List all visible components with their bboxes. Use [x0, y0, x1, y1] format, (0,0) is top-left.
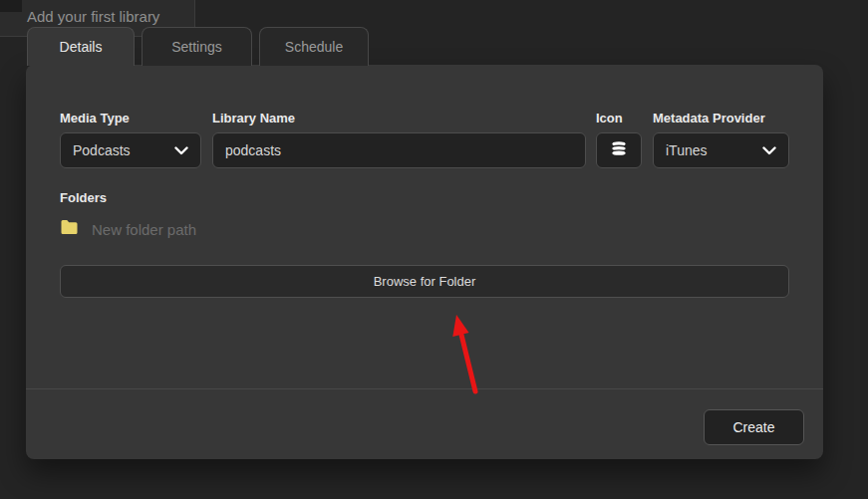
media-type-select[interactable]: Podcasts: [60, 132, 201, 168]
icon-picker-group: Icon: [596, 111, 642, 168]
browse-for-folder-button[interactable]: Browse for Folder: [60, 265, 789, 298]
chevron-down-icon: [762, 142, 776, 158]
icon-picker-label: Icon: [596, 111, 642, 125]
chevron-down-icon: [174, 142, 188, 158]
library-name-group: Library Name: [212, 111, 586, 168]
metadata-provider-value: iTunes: [666, 142, 708, 158]
metadata-provider-group: Metadata Provider iTunes: [653, 111, 789, 168]
new-folder-row: [60, 217, 789, 241]
tab-schedule[interactable]: Schedule: [259, 27, 369, 66]
folder-icon: [60, 219, 79, 239]
new-folder-path-input[interactable]: [92, 221, 490, 238]
media-type-value: Podcasts: [73, 142, 131, 158]
database-icon: [608, 138, 630, 163]
folders-label: Folders: [60, 190, 789, 205]
library-details-form: Media Type Podcasts Library Name: [60, 111, 789, 298]
create-button[interactable]: Create: [704, 409, 804, 445]
add-library-modal: Media Type Podcasts Library Name: [26, 65, 823, 459]
background-card-title: Add your first library: [27, 8, 159, 25]
icon-picker-button[interactable]: [596, 132, 642, 168]
library-name-input[interactable]: [212, 132, 586, 168]
modal-tab-bar: Details Settings Schedule: [27, 27, 369, 66]
metadata-provider-select[interactable]: iTunes: [653, 132, 789, 168]
tab-settings[interactable]: Settings: [142, 27, 252, 66]
media-type-group: Media Type Podcasts: [60, 111, 201, 168]
form-row-main: Media Type Podcasts Library Name: [60, 111, 789, 168]
tab-details[interactable]: Details: [27, 27, 135, 66]
metadata-provider-label: Metadata Provider: [653, 111, 789, 125]
modal-footer: Create: [26, 388, 823, 459]
screen: Add your first library Details Settings …: [0, 0, 868, 499]
media-type-label: Media Type: [60, 111, 201, 125]
library-name-label: Library Name: [212, 111, 586, 125]
background-corner-notch: [0, 0, 22, 12]
tab-details-label: Details: [60, 39, 103, 55]
tab-schedule-label: Schedule: [285, 39, 343, 55]
tab-settings-label: Settings: [171, 39, 222, 55]
